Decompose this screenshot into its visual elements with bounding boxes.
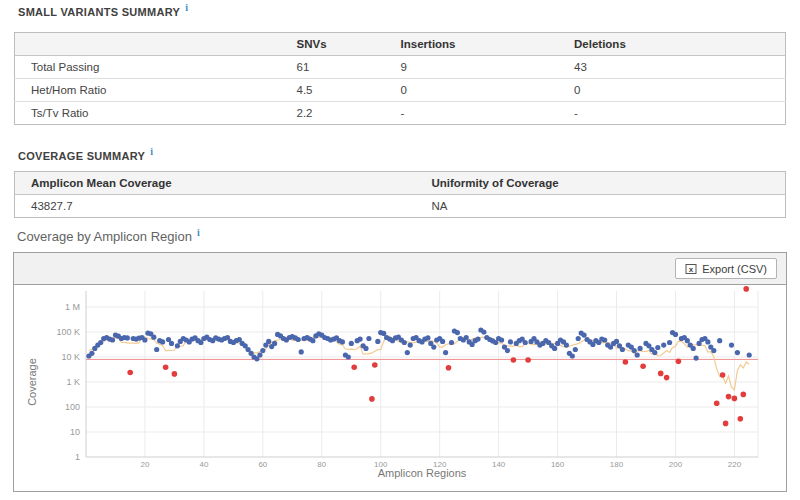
amplicon-point-pass[interactable] [160, 339, 165, 344]
amplicon-point-pass[interactable] [346, 354, 351, 359]
amplicon-point-pass[interactable] [570, 353, 575, 358]
amplicon-point-pass[interactable] [349, 341, 354, 346]
amplicon-point-pass[interactable] [717, 338, 722, 343]
amplicon-point-pass[interactable] [296, 337, 301, 342]
info-icon[interactable]: i [197, 227, 200, 238]
amplicon-point-fail[interactable] [369, 396, 375, 402]
amplicon-point-fail[interactable] [732, 396, 738, 402]
amplicon-point-fail[interactable] [676, 359, 682, 365]
amplicon-point-fail[interactable] [664, 375, 670, 381]
amplicon-point-pass[interactable] [375, 339, 380, 344]
amplicon-point-pass[interactable] [125, 335, 130, 340]
table-row: Ts/Tv Ratio 2.2 - - [15, 102, 786, 125]
amplicon-point-pass[interactable] [431, 345, 436, 350]
amplicon-point-pass[interactable] [272, 341, 277, 346]
amplicon-point-pass[interactable] [169, 341, 174, 346]
amplicon-point-fail[interactable] [511, 357, 517, 363]
amplicon-point-pass[interactable] [523, 340, 528, 345]
amplicon-point-fail[interactable] [640, 363, 646, 369]
amplicon-point-pass[interactable] [443, 350, 448, 355]
amplicon-point-pass[interactable] [499, 337, 504, 342]
amplicon-point-pass[interactable] [582, 333, 587, 338]
table-row: Het/Hom Ratio 4.5 0 0 [15, 79, 786, 102]
chart-body: 204060801001201401601802002201 M100 K10 … [14, 285, 786, 491]
cell-value: 43 [558, 56, 785, 79]
amplicon-point-pass[interactable] [402, 340, 407, 345]
amplicon-point-pass[interactable] [655, 345, 660, 350]
amplicon-point-pass[interactable] [449, 340, 454, 345]
column-header-snvs: SNVs [280, 33, 384, 56]
amplicon-point-pass[interactable] [299, 349, 304, 354]
amplicon-point-fail[interactable] [127, 370, 133, 376]
amplicon-point-pass[interactable] [425, 335, 430, 340]
amplicon-point-fail[interactable] [372, 362, 378, 368]
amplicon-point-fail[interactable] [163, 364, 169, 370]
amplicon-point-pass[interactable] [475, 337, 480, 342]
amplicon-point-pass[interactable] [175, 343, 180, 348]
amplicon-point-pass[interactable] [620, 347, 625, 352]
amplicon-point-fail[interactable] [351, 364, 357, 370]
amplicon-point-fail[interactable] [525, 357, 531, 363]
amplicon-point-fail[interactable] [743, 286, 749, 292]
amplicon-point-fail[interactable] [623, 359, 629, 365]
amplicon-point-pass[interactable] [576, 336, 581, 341]
amplicon-point-pass[interactable] [310, 338, 315, 343]
amplicon-point-pass[interactable] [154, 347, 159, 352]
amplicon-point-pass[interactable] [602, 337, 607, 342]
table-header-row: SNVs Insertions Deletions [15, 33, 786, 56]
amplicon-point-pass[interactable] [564, 343, 569, 348]
amplicon-point-pass[interactable] [638, 346, 643, 351]
amplicon-point-pass[interactable] [340, 339, 345, 344]
amplicon-point-fail[interactable] [172, 371, 178, 377]
amplicon-point-pass[interactable] [358, 337, 363, 342]
y-axis-title: Coverage [26, 358, 38, 406]
amplicon-point-pass[interactable] [257, 352, 262, 357]
amplicon-point-pass[interactable] [552, 346, 557, 351]
amplicon-point-pass[interactable] [685, 338, 690, 343]
amplicon-point-pass[interactable] [632, 348, 637, 353]
amplicon-point-pass[interactable] [405, 350, 410, 355]
amplicon-point-pass[interactable] [673, 332, 678, 337]
amplicon-point-pass[interactable] [747, 352, 752, 357]
table-row: Total Passing 61 9 43 [15, 56, 786, 79]
export-csv-button[interactable]: x Export (CSV) [675, 258, 777, 279]
info-icon[interactable]: i [185, 2, 188, 13]
amplicon-point-pass[interactable] [505, 348, 510, 353]
amplicon-point-fail[interactable] [741, 392, 747, 398]
amplicon-point-fail[interactable] [738, 416, 744, 422]
amplicon-point-pass[interactable] [408, 343, 413, 348]
amplicon-point-pass[interactable] [366, 336, 371, 341]
amplicon-point-pass[interactable] [89, 351, 94, 356]
amplicon-point-pass[interactable] [455, 330, 460, 335]
amplicon-point-pass[interactable] [729, 343, 734, 348]
amplicon-point-pass[interactable] [110, 337, 115, 342]
amplicon-point-fail[interactable] [714, 401, 720, 407]
row-label: Ts/Tv Ratio [15, 102, 281, 125]
amplicon-point-pass[interactable] [694, 356, 699, 361]
amplicon-point-pass[interactable] [440, 339, 445, 344]
amplicon-point-pass[interactable] [464, 335, 469, 340]
amplicon-point-pass[interactable] [266, 339, 271, 344]
amplicon-point-pass[interactable] [667, 340, 672, 345]
amplicon-point-pass[interactable] [705, 339, 710, 344]
amplicon-point-fail[interactable] [446, 365, 452, 371]
amplicon-point-fail[interactable] [723, 421, 729, 427]
amplicon-point-pass[interactable] [711, 348, 716, 353]
amplicon-point-pass[interactable] [735, 350, 740, 355]
info-icon[interactable]: i [150, 146, 153, 157]
amplicon-point-fail[interactable] [658, 371, 664, 377]
amplicon-point-fail[interactable] [726, 394, 732, 400]
amplicon-point-pass[interactable] [142, 337, 147, 342]
amplicon-point-pass[interactable] [508, 339, 513, 344]
amplicon-point-pass[interactable] [573, 347, 578, 352]
amplicon-point-pass[interactable] [635, 352, 640, 357]
amplicon-point-pass[interactable] [661, 343, 666, 348]
amplicon-point-pass[interactable] [481, 329, 486, 334]
amplicon-point-pass[interactable] [151, 335, 156, 340]
amplicon-point-pass[interactable] [363, 346, 368, 351]
amplicon-point-pass[interactable] [260, 348, 265, 353]
amplicon-point-fail[interactable] [720, 372, 726, 378]
amplicon-point-pass[interactable] [652, 350, 657, 355]
amplicon-point-pass[interactable] [614, 339, 619, 344]
amplicon-point-pass[interactable] [691, 346, 696, 351]
